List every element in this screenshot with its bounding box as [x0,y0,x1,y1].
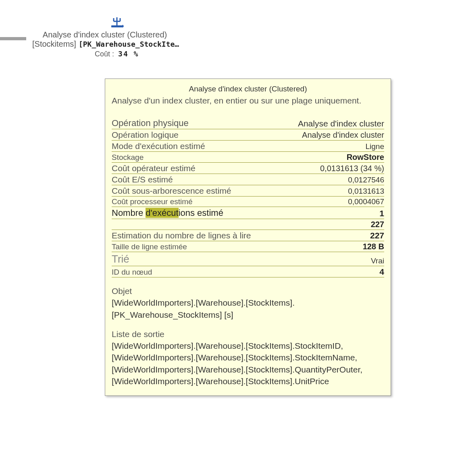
property-row: Mode d'exécution estiméLigne [112,141,384,152]
property-row: Coût sous-arborescence estimé0,0131613 [112,185,384,197]
clustered-index-scan-icon [109,14,125,30]
property-label: Coût opérateur estimé [112,163,196,173]
property-label: Coût sous-arborescence estimé [112,186,231,196]
property-value: Ligne [366,142,385,151]
property-label: Trié [112,253,129,265]
property-row: Coût opérateur estimé0,0131613 (34 %) [112,163,384,174]
tooltip-title: Analyse d'index cluster (Clustered) [112,85,384,93]
property-row: Opération physiqueAnalyse d'index cluste… [112,117,384,129]
plan-node[interactable]: Analyse d'index cluster (Clustered) [Sto… [32,14,177,58]
property-row: StockageRowStore [112,152,384,163]
property-value: 1 [379,209,384,218]
property-value: Vrai [371,257,384,265]
property-label: ID du nœud [112,268,152,277]
property-value: RowStore [347,153,384,162]
property-row: 227 [112,219,384,230]
object-section-label: Objet [112,286,384,296]
property-label: Mode d'exécution estimé [112,141,205,151]
property-value: 227 [370,231,384,240]
plan-node-index: [PK_Warehouse_StockIte… [79,40,179,48]
property-value: 0,0131613 (34 %) [320,164,384,173]
output-section-label: Liste de sortie [112,329,384,339]
property-label: Opération physique [112,118,189,128]
property-label: Coût processeur estimé [112,197,193,206]
property-row-node-id: ID du nœud 4 [112,266,384,277]
property-label: Estimation du nombre de lignes à lire [112,231,251,240]
svg-rect-0 [111,25,123,27]
property-label: Taille de ligne estimée [112,242,187,251]
property-row: Taille de ligne estimée128 B [112,241,384,252]
property-value: 0,0127546 [348,176,384,184]
property-value: 4 [379,267,384,277]
plan-node-cost: Coût : 34 % [95,50,177,58]
property-row-executions: Nombre d'exécutions estimé 1 [112,207,384,219]
property-value: Analyse d'index cluster [298,119,384,128]
plan-node-title: Analyse d'index cluster (Clustered) [32,30,177,39]
property-label: Coût E/S estimé [112,175,173,184]
operator-tooltip: Analyse d'index cluster (Clustered) Anal… [105,79,391,396]
property-row: Coût processeur estimé0,0004067 [112,197,384,207]
tooltip-description: Analyse d'un index cluster, en entier ou… [112,95,384,106]
property-label: Stockage [112,153,144,162]
property-row: Estimation du nombre de lignes à lire227 [112,230,384,241]
plan-connector-line [0,37,26,40]
property-value: 128 B [363,242,384,251]
property-row: Opération logiqueAnalyse d'index cluster [112,129,384,141]
cost-value: 34 % [118,50,139,58]
property-value: 0,0004067 [348,197,384,206]
property-row-sorted: Trié Vrai [112,252,384,266]
property-row: Coût E/S estimé0,0127546 [112,174,384,185]
object-section-text: [WideWorldImporters].[Warehouse].[StockI… [112,297,384,321]
property-label: Opération logique [112,130,179,140]
cost-label: Coût : [95,50,114,58]
property-label: Nombre d'exécutions estimé [112,208,223,218]
property-value: 0,0131613 [348,187,384,196]
output-section-text: [WideWorldImporters].[Warehouse].[StockI… [112,340,384,387]
property-value: 227 [371,220,384,229]
property-value: Analyse d'index cluster [302,130,384,140]
plan-node-table: [Stockitems] [32,39,76,49]
